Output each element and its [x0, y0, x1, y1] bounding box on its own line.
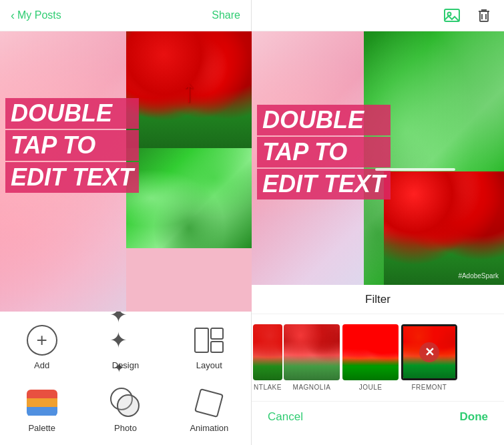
filter-name-fremont: FREMONT — [412, 384, 447, 391]
animation-tool[interactable]: Animation — [182, 382, 236, 438]
photo-label: Photo — [114, 423, 137, 433]
right-header — [252, 0, 504, 31]
palette-label: Palette — [28, 423, 55, 433]
filter-section-header: Filter — [252, 285, 504, 314]
selected-indicator: ✕ — [403, 326, 455, 378]
filter-thumb-ntlake[interactable]: NTLAKE — [254, 324, 281, 391]
filter-thumb-magnolia[interactable]: MAGNOLIA — [284, 324, 340, 391]
add-circle-icon: + — [27, 325, 57, 356]
adobespark-badge: #AdobeSpark — [458, 272, 499, 280]
tulip-magnolia — [284, 324, 340, 380]
filter-label-text: Filter — [365, 293, 391, 306]
photo-tool[interactable]: Photo — [101, 382, 150, 438]
left-panel: ‹ My Posts Share DOUBLE TAP TO EDIT TEXT… — [0, 0, 252, 445]
preview-tulip-detail — [384, 171, 504, 285]
edit-text-block[interactable]: DOUBLE TAP TO EDIT TEXT — [5, 98, 139, 194]
layout-icon — [193, 324, 225, 356]
preview-canvas: DOUBLE TAP TO EDIT TEXT #AdobeSpark — [252, 31, 504, 285]
layout-svg-icon — [194, 327, 224, 354]
preview-text-line-2: TAP TO — [257, 137, 391, 167]
filter-thumb-joule[interactable]: JOULE — [342, 324, 399, 391]
edit-text-line-3: EDIT TEXT — [5, 162, 139, 193]
tulip-ntlake — [253, 324, 282, 380]
palette-stripes-icon — [27, 390, 57, 416]
photo-circles-icon — [110, 388, 141, 418]
add-icon: + — [26, 324, 58, 356]
animation-diamond-icon — [194, 388, 224, 417]
design-icon: ✦ ✦✦ — [109, 324, 142, 356]
filter-name-joule: JOULE — [359, 384, 383, 391]
add-tool[interactable]: + Add — [18, 319, 66, 376]
left-canvas: DOUBLE TAP TO EDIT TEXT ↑ — [0, 31, 252, 312]
design-label: Design — [112, 360, 139, 370]
preview-text-line-3: EDIT TEXT — [257, 169, 391, 199]
animation-icon — [193, 387, 225, 419]
filter-strip: NTLAKE MAGNOLIA JOULE ✕ FREMONT — [252, 314, 504, 401]
image-icon — [443, 7, 461, 24]
filter-img-fremont: ✕ — [401, 324, 457, 380]
delete-button[interactable] — [475, 6, 493, 25]
pink-bottom-image — [126, 248, 252, 312]
done-button[interactable]: Done — [460, 410, 489, 424]
add-label: Add — [34, 360, 49, 370]
edit-text-line-2: TAP TO — [5, 130, 139, 161]
tulip-joule — [342, 324, 399, 380]
photo-icon — [109, 387, 142, 419]
stripe-red — [27, 390, 57, 398]
svg-rect-2 — [211, 342, 223, 352]
edit-text-line-1: DOUBLE — [5, 98, 139, 129]
collage-right: ↑ — [126, 31, 252, 312]
arrow-up-icon: ↑ — [181, 71, 197, 108]
svg-rect-1 — [211, 328, 223, 339]
layout-tool[interactable]: Layout — [185, 319, 233, 376]
green-leaves-image — [126, 148, 252, 248]
share-button[interactable]: Share — [212, 9, 240, 21]
preview-edit-text[interactable]: DOUBLE TAP TO EDIT TEXT — [257, 105, 391, 201]
image-button[interactable] — [443, 6, 461, 25]
preview-text-line-1: DOUBLE — [257, 105, 391, 135]
filter-img-ntlake — [253, 324, 282, 380]
stripe-orange — [27, 398, 57, 407]
preview-progress-bar — [375, 168, 455, 171]
design-tool[interactable]: ✦ ✦✦ Design — [101, 319, 150, 376]
palette-icon — [26, 387, 58, 419]
circle-2-icon — [117, 394, 140, 417]
leaves-detail — [126, 148, 252, 248]
palette-tool[interactable]: Palette — [18, 382, 66, 438]
back-button[interactable]: ‹ My Posts — [11, 9, 61, 23]
back-arrow-icon: ‹ — [11, 9, 15, 23]
svg-rect-5 — [480, 11, 488, 21]
toolbar: + Add ✦ ✦✦ Design Layout — [0, 312, 251, 445]
trash-icon — [475, 7, 493, 24]
filter-name-ntlake: NTLAKE — [254, 384, 282, 391]
right-panel: DOUBLE TAP TO EDIT TEXT #AdobeSpark Filt… — [252, 0, 504, 445]
back-label: My Posts — [17, 9, 61, 21]
animation-label: Animation — [190, 423, 228, 433]
svg-rect-0 — [195, 328, 208, 352]
stripe-blue — [27, 407, 57, 416]
left-header: ‹ My Posts Share — [0, 0, 251, 31]
preview-tulip-small: #AdobeSpark — [384, 171, 504, 285]
filter-name-magnolia: MAGNOLIA — [293, 384, 331, 391]
tulips-image: ↑ — [126, 31, 252, 148]
layout-label: Layout — [196, 360, 222, 370]
filter-thumb-fremont[interactable]: ✕ FREMONT — [401, 324, 457, 391]
cancel-button[interactable]: Cancel — [268, 410, 303, 424]
filter-actions: Cancel Done — [252, 401, 504, 432]
filter-img-joule — [342, 324, 399, 380]
deselect-icon: ✕ — [419, 342, 439, 362]
svg-point-4 — [448, 13, 451, 16]
filter-img-magnolia — [284, 324, 340, 380]
